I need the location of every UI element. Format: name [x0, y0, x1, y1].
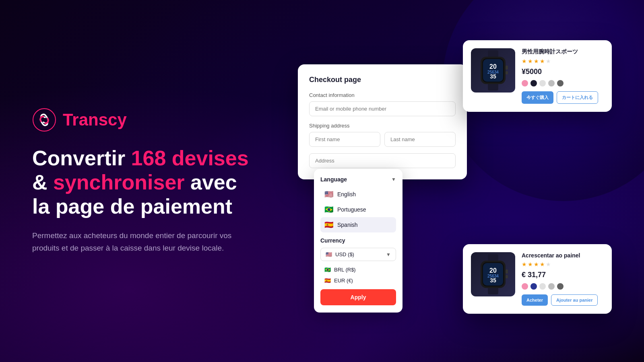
svg-rect-1: [488, 50, 498, 58]
color-dot-darkgray: [557, 80, 564, 86]
product-1-image: 20 25634 35: [471, 48, 515, 93]
product-2-stars: ★ ★ ★ ★ ★: [522, 261, 604, 267]
star-4: ★: [540, 58, 545, 64]
left-panel: Transcy Convertir 168 devises & synchron…: [32, 108, 266, 254]
logo-icon: [32, 108, 56, 132]
subtext: Permettez aux acheteurs du monde entier …: [32, 230, 242, 254]
product-1-buttons: 今すぐ購入 カートに入れる: [522, 91, 604, 104]
watch-svg-2: 20 25634 35: [475, 254, 511, 294]
currency-brl-label: BRL (R$): [334, 267, 356, 273]
star-2: ★: [528, 58, 533, 64]
lang-english-label: English: [337, 191, 356, 197]
currency-eur-item[interactable]: 🇪🇸 EUR (€): [320, 275, 396, 286]
product-2-colors: [522, 283, 604, 290]
headline-line2: la page de paiement: [32, 195, 232, 218]
right-panel: Checkout page Contact information Shippi…: [290, 40, 612, 322]
product-2-price: € 31,77: [522, 271, 604, 279]
lang-spanish-label: Spanish: [337, 222, 358, 228]
product-2-buttons: Acheter Ajouter au panier: [522, 294, 604, 306]
shipping-label: Shipping address: [309, 123, 456, 129]
watch-svg-1: 20 25634 35: [475, 50, 511, 90]
logo-text-part1: Trans: [63, 110, 108, 129]
product-1-cart-button[interactable]: カートに入れる: [557, 91, 598, 104]
product-1-stars: ★ ★ ★ ★ ★: [522, 58, 604, 64]
language-section-title: Language ▼: [320, 176, 396, 183]
checkout-card: Checkout page Contact information Shippi…: [298, 64, 467, 179]
email-input[interactable]: [309, 101, 456, 116]
product-card-2: 20 25634 35 Acrescentar ao painel ★ ★ ★ …: [463, 244, 612, 314]
contact-label: Contact information: [309, 92, 456, 98]
svg-rect-11: [506, 71, 508, 74]
product-1-colors: [522, 80, 604, 86]
headline-part1: Convertir: [32, 146, 131, 170]
language-chevron-icon: ▼: [391, 177, 396, 182]
logo-text-part2: cy: [108, 110, 127, 129]
logo-text: Transcy: [63, 110, 127, 130]
firstname-input[interactable]: [309, 132, 380, 147]
color-dot-pink: [522, 80, 528, 86]
svg-text:35: 35: [490, 73, 496, 80]
color-dot-gray: [548, 80, 555, 86]
product-2-info: Acrescentar ao painel ★ ★ ★ ★ ★ € 31,77: [522, 252, 604, 306]
lastname-input[interactable]: [384, 132, 456, 147]
svg-text:20: 20: [489, 63, 497, 70]
svg-rect-10: [506, 66, 508, 70]
flag-eur-icon: 🇪🇸: [324, 278, 331, 284]
product-2-image: 20 25634 35: [471, 252, 515, 296]
svg-rect-22: [506, 275, 508, 278]
product-card-1: 20 25634 35 男性用腕時計スポーツ ★ ★ ★ ★ ★ ¥5000: [463, 40, 612, 112]
currency-brl-item[interactable]: 🇧🇷 BRL (R$): [320, 264, 396, 275]
svg-text:20: 20: [489, 267, 497, 274]
headline-part2: &: [32, 171, 53, 194]
product-1-price: ¥5000: [522, 68, 604, 76]
star-1: ★: [522, 58, 527, 64]
headline-part3: avec: [185, 171, 237, 194]
headline: Convertir 168 devises & synchroniser ave…: [32, 146, 266, 218]
flag-es-icon: 🇪🇸: [324, 220, 333, 229]
currency-chevron-icon: ▼: [386, 252, 391, 257]
star-p2-4: ★: [540, 261, 545, 267]
currency-usd-label: USD ($): [335, 251, 354, 257]
svg-rect-12: [488, 254, 498, 261]
color-dot2-light: [539, 283, 546, 290]
address-input[interactable]: [309, 153, 456, 168]
color-dot2-pink: [522, 283, 528, 290]
headline-highlight1: 168 devises: [131, 146, 249, 170]
lang-item-spanish[interactable]: 🇪🇸 Spanish: [320, 217, 396, 232]
star-3: ★: [534, 58, 539, 64]
checkout-title: Checkout page: [309, 76, 456, 84]
star-5: ★: [546, 58, 551, 64]
currency-section-title: Currency: [320, 237, 396, 244]
flag-brl-icon: 🇧🇷: [324, 267, 331, 273]
color-dot2-darkgray: [557, 283, 564, 290]
star-p2-3: ★: [534, 261, 539, 267]
star-p2-2: ★: [528, 261, 533, 267]
lang-item-portuguese[interactable]: 🇧🇷 Portuguese: [320, 202, 396, 217]
svg-point-0: [33, 109, 56, 131]
product-1-info: 男性用腕時計スポーツ ★ ★ ★ ★ ★ ¥5000 今すぐ購入: [522, 48, 604, 104]
product-2-cart-button[interactable]: Ajouter au panier: [551, 294, 598, 306]
svg-text:35: 35: [490, 277, 496, 284]
product-1-buy-button[interactable]: 今すぐ購入: [522, 91, 553, 104]
color-dot-light: [539, 80, 546, 86]
star-p2-5: ★: [546, 261, 551, 267]
logo: Transcy: [32, 108, 266, 132]
language-currency-dropdown: Language ▼ 🇺🇸 English 🇧🇷 Portuguese 🇪🇸 S…: [314, 169, 402, 313]
product-2-buy-button[interactable]: Acheter: [522, 294, 548, 306]
lang-portuguese-label: Portuguese: [337, 206, 366, 213]
product-2-name: Acrescentar ao painel: [522, 252, 604, 259]
product-1-name: 男性用腕時計スポーツ: [522, 48, 604, 56]
flag-us-icon: 🇺🇸: [324, 190, 333, 199]
color-dot-dark: [530, 80, 537, 86]
headline-highlight2: synchroniser: [53, 171, 185, 194]
color-dot2-blue: [530, 283, 537, 290]
currency-select[interactable]: 🇺🇸 USD ($) ▼: [320, 248, 396, 261]
flag-usd-icon: 🇺🇸: [326, 251, 332, 257]
color-dot2-gray: [548, 283, 555, 290]
lang-item-english[interactable]: 🇺🇸 English: [320, 187, 396, 202]
flag-br-icon: 🇧🇷: [324, 205, 333, 214]
currency-eur-label: EUR (€): [334, 278, 353, 284]
svg-rect-21: [506, 269, 508, 274]
star-p2-1: ★: [522, 261, 527, 267]
apply-button[interactable]: Apply: [320, 289, 396, 305]
